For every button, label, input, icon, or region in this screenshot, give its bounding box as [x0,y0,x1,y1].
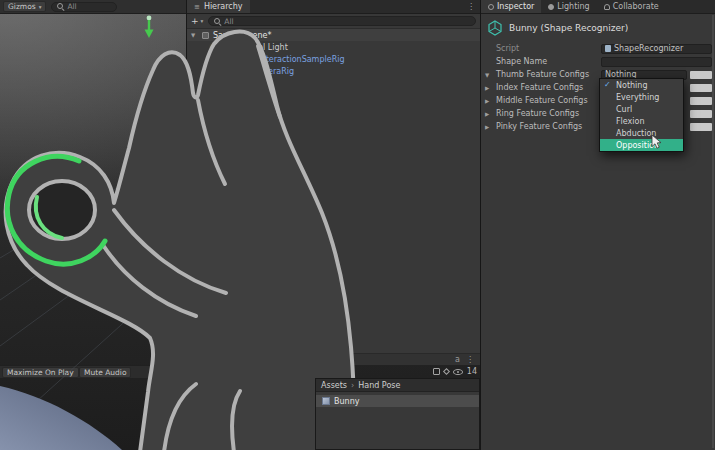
foldout-closed-icon[interactable]: ▶ [211,56,218,62]
shape-recognizer-icon [487,20,503,36]
create-label: + [191,16,199,26]
scene-search-field[interactable]: All [51,2,117,12]
collaborate-icon [604,4,610,10]
search-icon [214,18,221,25]
inspector-panel: Inspector Lighting Collaborate Bunny (Sh… [480,0,715,450]
overlay-count: 14 [467,367,477,376]
row-script: Script ShapeRecognizer [481,42,715,55]
hierarchy-item-directional-light[interactable]: Directional Light [187,41,480,53]
tab-inspector[interactable]: Inspector [481,0,541,13]
component-title: Bunny (Shape Recognizer) [509,23,628,33]
index-configs-label: Index Feature Configs [496,83,583,92]
gizmos-label: Gizmos [8,2,36,11]
hierarchy-item-label: Directional Light [222,43,288,52]
option-label: Nothing [616,81,647,90]
foldout-open-icon[interactable]: ▼ [191,32,198,38]
middle-configs-label: Middle Feature Configs [496,96,588,105]
foldout-open-icon[interactable]: ▼ [485,72,489,78]
hierarchy-title: Hierarchy [204,2,243,11]
hierarchy-item-label: SampleScene* [213,31,271,40]
tab-lighting[interactable]: Lighting [541,0,596,13]
scene-search-placeholder: All [67,2,76,11]
hierarchy-search-placeholder: All [224,17,233,26]
shape-name-field[interactable] [601,57,712,67]
maximize-on-play-button[interactable]: Maximize On Play [2,367,79,378]
size-field[interactable] [690,110,712,118]
ring-configs-label: Ring Feature Configs [496,109,579,118]
foldout-closed-icon[interactable]: ▶ [485,85,489,91]
option-label: Everything [616,93,659,102]
option-opposition[interactable]: Opposition [600,139,683,151]
breadcrumb-current[interactable]: Hand Pose [358,381,400,390]
size-field[interactable] [690,84,712,92]
visibility-icon[interactable] [453,369,463,375]
size-field[interactable] [690,71,712,79]
inspector-scrollbar[interactable] [712,15,714,448]
enum-dropdown-popup: ✓ Nothing Everything Curl Flexion Abduct… [599,78,684,152]
kebab-menu-icon[interactable]: ⋮ [462,0,480,13]
script-label: Script [496,44,519,53]
kebab-menu-icon[interactable]: ⋮ [466,355,474,364]
thumb-configs-label: Thumb Feature Configs [496,70,589,79]
check-icon: ✓ [604,80,611,89]
hierarchy-item-label: OVRCameraRig [233,67,294,76]
size-field[interactable] [690,123,712,131]
create-button[interactable]: + ▾ [191,16,203,26]
tab-collaborate[interactable]: Collaborate [597,0,666,13]
project-breadcrumb: Assets › Hand Pose [316,379,479,392]
brush-icon[interactable] [433,368,440,375]
scene-overlay-icons: 14 [395,365,480,378]
tab-hierarchy[interactable]: ≡ Hierarchy [187,0,250,13]
foldout-closed-icon[interactable]: ▶ [211,68,218,74]
hierarchy-item-label: HandsInteractionSampleRig [233,55,345,64]
hierarchy-bottom-bar: a ⋮ [187,353,480,365]
row-shape-name: Shape Name [481,55,715,68]
mute-audio-button[interactable]: Mute Audio [79,367,131,378]
light-icon [211,44,218,51]
chevron-right-icon: › [351,381,354,390]
foldout-closed-icon[interactable]: ▶ [485,98,489,104]
hierarchy-search-field[interactable]: All [208,16,476,26]
option-nothing[interactable]: ✓ Nothing [600,79,683,91]
chevron-down-icon: ▾ [201,18,204,24]
maximize-on-play-label: Maximize On Play [7,368,74,377]
breadcrumb-root[interactable]: Assets [321,381,347,390]
bottom-bar-label: a [455,355,460,364]
project-panel: Assets › Hand Pose Bunny [315,378,480,450]
option-curl[interactable]: Curl [600,103,683,115]
pinky-configs-label: Pinky Feature Configs [496,122,582,131]
menu-icon: ≡ [194,3,200,11]
foldout-closed-icon[interactable]: ▶ [485,111,489,117]
shape-name-label: Shape Name [496,57,547,66]
mouse-cursor-icon [651,135,663,150]
size-field[interactable] [690,97,712,105]
tab-label: Inspector [497,2,534,11]
option-flexion[interactable]: Flexion [600,115,683,127]
option-abduction[interactable]: Abduction [600,127,683,139]
project-item-bunny[interactable]: Bunny [316,395,479,407]
gizmos-button[interactable]: Gizmos ▾ [3,1,46,12]
script-object-field[interactable]: ShapeRecognizer [601,44,712,54]
prefab-icon [222,56,229,63]
scene-toolbar: Gizmos ▾ All [0,0,186,14]
mute-audio-label: Mute Audio [84,368,126,377]
inspector-icon [488,4,494,10]
hierarchy-item-sample-rig[interactable]: ▶ HandsInteractionSampleRig [187,53,480,65]
lighting-icon [548,4,554,10]
unity-editor-window: Gizmos ▾ All Maximize On Play Mute Audio… [0,0,715,450]
script-value: ShapeRecognizer [614,44,683,53]
script-icon [605,45,611,52]
option-label: Curl [616,105,632,114]
hierarchy-item-camera-rig[interactable]: ▶ OVRCameraRig [187,65,480,77]
chevron-down-icon: ▾ [39,4,42,10]
component-header: Bunny (Shape Recognizer) [481,14,715,42]
scene-asset-icon [202,32,209,39]
effects-icon[interactable] [443,368,450,375]
foldout-closed-icon[interactable]: ▶ [485,124,489,130]
option-everything[interactable]: Everything [600,91,683,103]
hierarchy-item-scene[interactable]: ▼ SampleScene* [187,29,480,41]
hierarchy-panel: ≡ Hierarchy ⋮ + ▾ All ▼ SampleScene* Dir… [186,0,480,365]
option-label: Flexion [616,117,645,126]
hierarchy-tabbar: ≡ Hierarchy ⋮ [187,0,480,14]
tab-label: Collaborate [613,2,659,11]
